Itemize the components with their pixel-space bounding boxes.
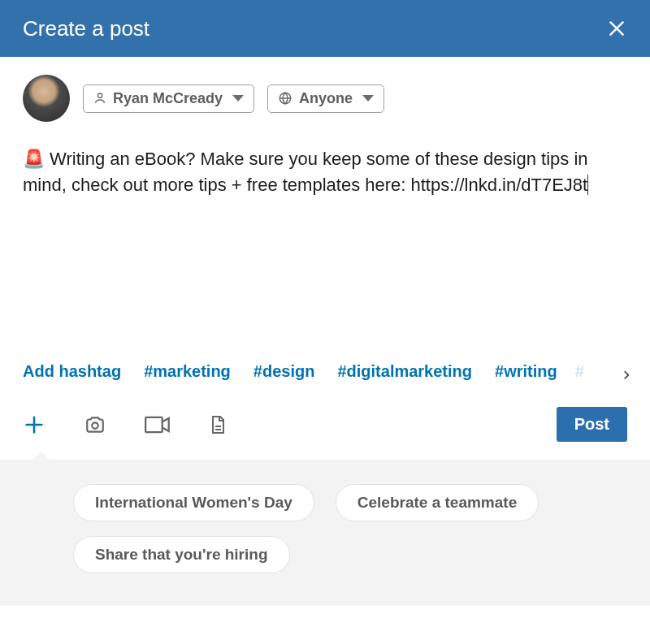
globe-icon xyxy=(278,91,292,106)
svg-rect-7 xyxy=(145,417,162,431)
video-icon[interactable] xyxy=(145,415,171,434)
hashtag-suggestion[interactable]: #digitalmarketing xyxy=(337,362,472,381)
hashtag-suggestion[interactable]: #design xyxy=(254,362,315,381)
chevron-down-icon xyxy=(362,95,374,102)
close-icon[interactable] xyxy=(606,18,627,39)
svg-point-2 xyxy=(98,93,102,97)
hashtag-overflow-hint: # xyxy=(575,362,584,381)
suggestion-chip[interactable]: Share that you're hiring xyxy=(73,536,290,573)
avatar[interactable] xyxy=(23,75,70,122)
plus-icon[interactable] xyxy=(23,413,46,436)
hashtag-suggestion[interactable]: #marketing xyxy=(144,362,231,381)
author-name: Ryan McCready xyxy=(113,90,223,107)
visibility-select-button[interactable]: Anyone xyxy=(267,84,384,113)
modal-header: Create a post xyxy=(0,0,650,57)
add-hashtag-button[interactable]: Add hashtag xyxy=(23,362,121,381)
chevron-down-icon xyxy=(232,95,244,102)
hashtag-suggestion[interactable]: #writing xyxy=(495,362,557,381)
post-composer[interactable]: 🚨 Writing an eBook? Make sure you keep s… xyxy=(23,146,627,357)
composer-text: 🚨 Writing an eBook? Make sure you keep s… xyxy=(23,149,588,195)
hashtag-row: Add hashtag #marketing #design #digitalm… xyxy=(23,357,627,395)
visibility-label: Anyone xyxy=(299,90,353,107)
composer-toolbar: Post xyxy=(0,395,650,460)
toolbar-left xyxy=(23,413,228,436)
author-select-button[interactable]: Ryan McCready xyxy=(83,84,254,113)
modal-content: Ryan McCready Anyone 🚨 Writing an eBook?… xyxy=(0,57,650,395)
person-icon xyxy=(93,91,106,106)
suggestion-chip[interactable]: International Women's Day xyxy=(73,484,314,521)
suggestion-chip[interactable]: Celebrate a teammate xyxy=(336,484,539,521)
camera-icon[interactable] xyxy=(83,414,107,435)
post-button[interactable]: Post xyxy=(557,407,627,442)
suggestion-panel: International Women's Day Celebrate a te… xyxy=(0,460,650,606)
svg-point-6 xyxy=(92,422,98,429)
document-icon[interactable] xyxy=(208,413,228,436)
author-row: Ryan McCready Anyone xyxy=(23,75,627,122)
chevron-right-icon[interactable] xyxy=(621,365,632,383)
modal-title: Create a post xyxy=(23,16,150,41)
